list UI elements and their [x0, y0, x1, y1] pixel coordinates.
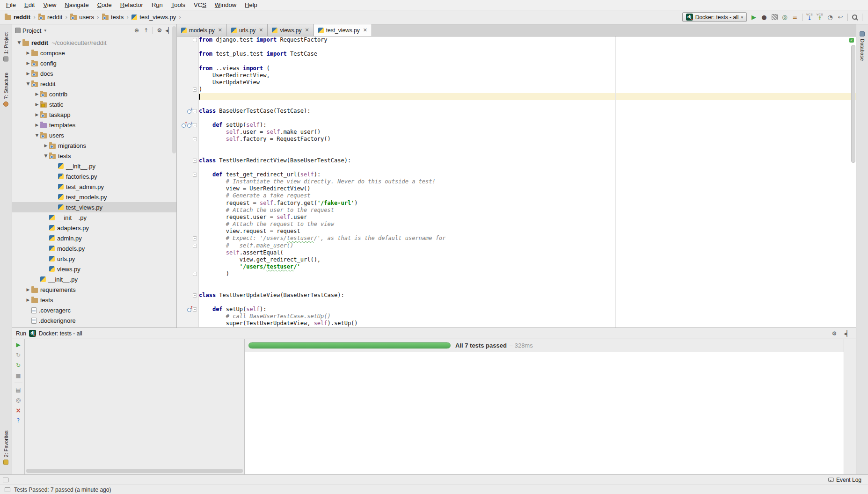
- editor-gutter[interactable]: [177, 192, 199, 199]
- editor-gutter[interactable]: −: [177, 136, 199, 143]
- editor-gutter[interactable]: −: [177, 235, 199, 242]
- profiler-icon[interactable]: ◎: [780, 12, 790, 22]
- fold-start-icon[interactable]: −: [193, 123, 197, 127]
- tree-row[interactable]: ▶config: [12, 58, 176, 68]
- editor-gutter[interactable]: [177, 221, 199, 228]
- settings-icon[interactable]: ⚙: [830, 330, 839, 337]
- tree-collapsed-arrow-icon[interactable]: ▶: [25, 51, 31, 55]
- tree-row[interactable]: test_views.py: [12, 202, 176, 212]
- menu-run[interactable]: Run: [147, 1, 167, 9]
- editor-gutter[interactable]: −: [177, 122, 199, 129]
- editor-gutter[interactable]: [177, 284, 199, 291]
- editor-gutter[interactable]: −: [177, 108, 199, 115]
- run-test-down-icon[interactable]: [187, 123, 192, 128]
- editor-gutter[interactable]: [177, 320, 199, 327]
- project-tree[interactable]: ▼reddit~/cookiecutter/reddit▶compose▶con…: [12, 36, 176, 327]
- tree-collapsed-arrow-icon[interactable]: ▶: [34, 123, 40, 127]
- coverage-icon[interactable]: [769, 12, 780, 22]
- help-icon[interactable]: ?: [15, 417, 22, 424]
- tab-close-icon[interactable]: ✕: [259, 27, 263, 33]
- breadcrumb-item[interactable]: users: [69, 14, 95, 21]
- tree-row[interactable]: .dockerignore: [12, 315, 176, 326]
- editor-gutter[interactable]: −: [177, 306, 199, 313]
- menu-edit[interactable]: Edit: [20, 1, 39, 9]
- menu-navigate[interactable]: Navigate: [60, 1, 93, 9]
- tree-row[interactable]: ▶compose: [12, 48, 176, 58]
- tab-close-icon[interactable]: ✕: [218, 27, 222, 33]
- vcs-update-icon[interactable]: VCS↓: [804, 13, 815, 21]
- tree-row[interactable]: test_models.py: [12, 192, 176, 202]
- editor-gutter[interactable]: −: [177, 86, 199, 93]
- tree-row[interactable]: __init__.py: [12, 274, 176, 284]
- tab-views.py[interactable]: views.py✕: [268, 24, 314, 36]
- tree-row[interactable]: ▼reddit: [12, 79, 176, 89]
- menu-refactor[interactable]: Refactor: [116, 1, 147, 9]
- tree-row[interactable]: admin.py: [12, 233, 176, 243]
- editor-gutter[interactable]: [177, 93, 199, 100]
- fold-end-icon[interactable]: −: [193, 272, 197, 276]
- menu-vcs[interactable]: VCS: [190, 1, 211, 9]
- tab-close-icon[interactable]: ✕: [305, 27, 309, 33]
- tree-row[interactable]: ▶tests: [12, 295, 176, 305]
- editor-gutter[interactable]: −: [177, 36, 199, 44]
- menu-help[interactable]: Help: [241, 1, 262, 9]
- restore-layout-icon[interactable]: ▤: [15, 386, 22, 393]
- breadcrumb-item[interactable]: reddit: [37, 14, 64, 21]
- editor-gutter[interactable]: [177, 100, 199, 107]
- tree-row[interactable]: adapters.py: [12, 223, 176, 233]
- tree-row[interactable]: ▶migrations: [12, 140, 176, 151]
- tree-collapsed-arrow-icon[interactable]: ▶: [34, 112, 40, 117]
- editor-gutter[interactable]: −: [177, 242, 199, 249]
- editor-gutter[interactable]: [177, 299, 199, 306]
- tool-strip-tab-database[interactable]: Database: [859, 28, 866, 64]
- tree-row[interactable]: ▼users: [12, 130, 176, 140]
- run-test-up-icon[interactable]: [187, 307, 192, 312]
- breadcrumb-item[interactable]: reddit: [4, 14, 31, 21]
- tree-collapsed-arrow-icon[interactable]: ▶: [34, 102, 40, 107]
- tree-expanded-arrow-icon[interactable]: ▼: [43, 153, 49, 158]
- status-window-icon[interactable]: [5, 487, 10, 492]
- fold-start-icon[interactable]: −: [193, 293, 197, 298]
- editor-gutter[interactable]: [177, 228, 199, 235]
- tab-models.py[interactable]: models.py✕: [177, 24, 227, 36]
- editor-gutter[interactable]: [177, 214, 199, 221]
- tree-row[interactable]: ▶docs: [12, 68, 176, 79]
- editor-gutter[interactable]: [177, 150, 199, 157]
- tree-row[interactable]: factories.py: [12, 171, 176, 182]
- menu-code[interactable]: Code: [93, 1, 116, 9]
- project-tree-scrollbar[interactable]: [172, 26, 176, 153]
- test-results-tree[interactable]: [25, 351, 244, 468]
- fold-start-icon[interactable]: −: [193, 109, 197, 113]
- run-test-up-icon[interactable]: [182, 123, 187, 128]
- tool-strip-tab-project[interactable]: 1: Project: [2, 29, 10, 65]
- tree-row[interactable]: ▶static: [12, 99, 176, 109]
- settings-icon[interactable]: ⚙: [155, 27, 164, 34]
- fold-start-icon[interactable]: −: [193, 236, 197, 240]
- tree-expanded-arrow-icon[interactable]: ▼: [34, 133, 40, 138]
- editor-gutter[interactable]: −: [177, 157, 199, 164]
- tool-strip-tab-structure[interactable]: 7: Structure: [2, 69, 10, 110]
- run-console-output[interactable]: [245, 352, 844, 474]
- menu-file[interactable]: File: [2, 1, 20, 9]
- debug-icon[interactable]: ●: [759, 12, 769, 22]
- editor-gutter[interactable]: [177, 277, 199, 284]
- tree-row[interactable]: ▶requirements: [12, 284, 176, 295]
- fold-start-icon[interactable]: −: [193, 173, 197, 177]
- collapse-all-icon[interactable]: ↥: [141, 27, 151, 34]
- menu-view[interactable]: View: [39, 1, 60, 9]
- tree-row[interactable]: ▶taskapp: [12, 109, 176, 120]
- tab-test_views.py[interactable]: test_views.py✕: [314, 24, 372, 36]
- editor-gutter[interactable]: [177, 200, 199, 207]
- editor-gutter[interactable]: [177, 256, 199, 263]
- tree-expanded-arrow-icon[interactable]: ▼: [16, 40, 22, 45]
- editor-gutter[interactable]: −: [177, 292, 199, 299]
- tree-row[interactable]: ▶templates: [12, 120, 176, 130]
- editor-gutter[interactable]: [177, 58, 199, 65]
- tree-row[interactable]: .coveragerc: [12, 305, 176, 315]
- editor-gutter[interactable]: [177, 72, 199, 79]
- running-processes-icon[interactable]: ≡: [790, 12, 800, 22]
- editor-gutter[interactable]: [177, 185, 199, 192]
- tree-row[interactable]: __init__.py: [12, 161, 176, 171]
- editor-gutter[interactable]: [177, 313, 199, 320]
- locate-icon[interactable]: ⊕: [132, 27, 141, 34]
